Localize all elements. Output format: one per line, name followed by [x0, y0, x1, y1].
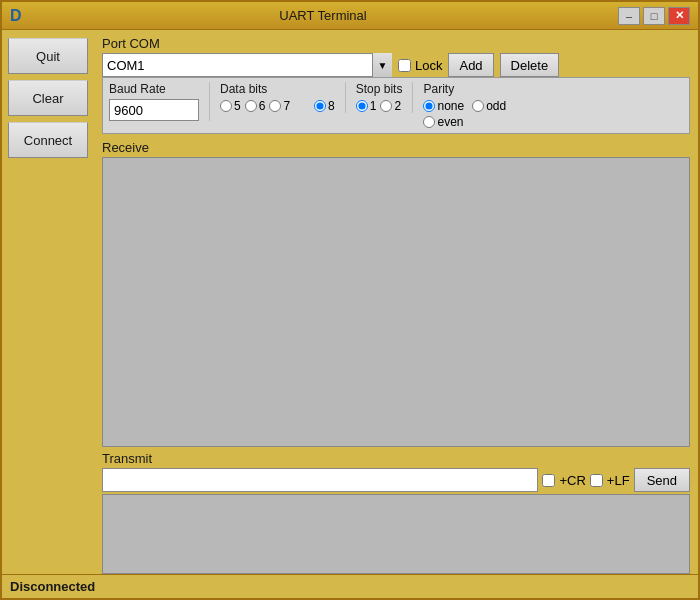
right-panel: Port COM COM1 COM2 COM3 COM4 ▼ Lock: [102, 30, 698, 574]
close-button[interactable]: ✕: [668, 7, 690, 25]
receive-area: [102, 157, 690, 447]
data-bits-8[interactable]: 8: [314, 99, 335, 113]
port-select-wrapper: COM1 COM2 COM3 COM4 ▼: [102, 53, 392, 77]
parity-even[interactable]: even: [423, 115, 506, 129]
lock-row: Lock: [398, 58, 442, 73]
data-bits-5[interactable]: 5: [220, 99, 241, 113]
lf-label: +LF: [607, 473, 630, 488]
quit-button[interactable]: Quit: [8, 38, 88, 74]
transmit-input-row: +CR +LF Send: [102, 468, 690, 492]
content-area: Quit Clear Connect Port COM COM1 COM2 CO…: [2, 30, 698, 574]
port-select[interactable]: COM1 COM2 COM3 COM4: [102, 53, 392, 77]
app-icon: D: [10, 7, 28, 25]
parity-odd[interactable]: odd: [472, 99, 506, 113]
transmit-section: Transmit +CR +LF Send: [102, 451, 690, 574]
stop-bits-radio-group: 1 2: [356, 99, 403, 113]
data-bits-7[interactable]: 7: [269, 99, 290, 113]
stop-bits-label: Stop bits: [356, 82, 403, 96]
config-area: Port COM COM1 COM2 COM3 COM4 ▼ Lock: [102, 36, 690, 138]
stop-bits-1[interactable]: 1: [356, 99, 377, 113]
parity-group: Parity none odd eve: [413, 82, 516, 129]
cr-label: +CR: [559, 473, 585, 488]
parity-label: Parity: [423, 82, 506, 96]
params-row: Baud Rate Data bits 5 6: [102, 77, 690, 134]
data-bits-group: Data bits 5 6 7: [210, 82, 346, 113]
lf-checkbox[interactable]: [590, 474, 603, 487]
port-select-row: COM1 COM2 COM3 COM4 ▼ Lock Add Delete: [102, 53, 690, 77]
data-bits-label: Data bits: [220, 82, 335, 96]
data-bits-6[interactable]: 6: [245, 99, 266, 113]
transmit-input[interactable]: [102, 468, 538, 492]
cr-checkbox[interactable]: [542, 474, 555, 487]
stop-bits-group: Stop bits 1 2: [346, 82, 414, 113]
transmit-label: Transmit: [102, 451, 690, 466]
titlebar: D UART Terminal – □ ✕: [2, 2, 698, 30]
send-button[interactable]: Send: [634, 468, 690, 492]
bottom-sections: Transmit +CR +LF Send: [102, 447, 690, 574]
baud-rate-label: Baud Rate: [109, 82, 199, 96]
window-controls: – □ ✕: [618, 7, 690, 25]
clear-button[interactable]: Clear: [8, 80, 88, 116]
data-bits-radio-group: 5 6 7 8: [220, 99, 335, 113]
parity-radio-group: none odd even: [423, 99, 506, 129]
receive-label: Receive: [102, 140, 690, 155]
main-window: D UART Terminal – □ ✕ Quit Clear Connect…: [0, 0, 700, 600]
transmit-display: [102, 494, 690, 574]
lock-label: Lock: [415, 58, 442, 73]
baud-rate-group: Baud Rate: [109, 82, 210, 121]
window-title: UART Terminal: [28, 8, 618, 23]
connect-button[interactable]: Connect: [8, 122, 88, 158]
minimize-button[interactable]: –: [618, 7, 640, 25]
status-text: Disconnected: [10, 579, 95, 594]
cr-lf-row: +CR +LF: [542, 473, 629, 488]
receive-section: Receive: [102, 140, 690, 447]
port-label: Port COM: [102, 36, 690, 51]
parity-none[interactable]: none: [423, 99, 464, 113]
left-panel: Quit Clear Connect: [2, 30, 102, 574]
baud-rate-input[interactable]: [109, 99, 199, 121]
statusbar: Disconnected: [2, 574, 698, 598]
delete-button[interactable]: Delete: [500, 53, 560, 77]
add-button[interactable]: Add: [448, 53, 493, 77]
restore-button[interactable]: □: [643, 7, 665, 25]
lock-checkbox[interactable]: [398, 59, 411, 72]
stop-bits-2[interactable]: 2: [380, 99, 401, 113]
